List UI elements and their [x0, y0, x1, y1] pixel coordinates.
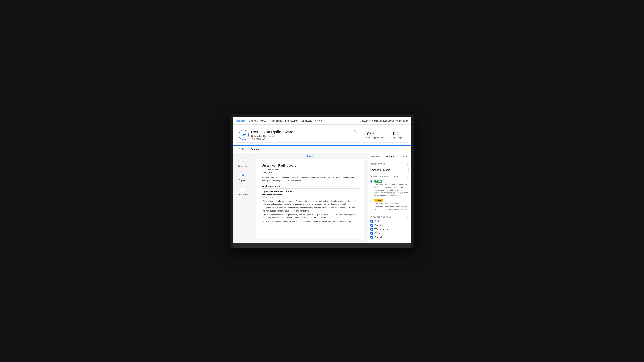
resume-title-collapse-icon[interactable]: ∧ — [407, 163, 408, 165]
profile-name: Ursula von Rydingsvard — [251, 130, 356, 134]
checkbox-education: Education — [370, 236, 408, 239]
included-sections-label: INCLUDED SECTIONS — [370, 216, 392, 218]
resume-title-section-label: RESUME TITLE — [370, 163, 385, 165]
resume-title-input[interactable] — [370, 167, 408, 173]
included-sections-collapse-icon[interactable]: ∧ — [407, 216, 408, 218]
checkbox-overview: Overview — [370, 224, 408, 227]
profile-header: UV Ursula von Rydingsvard 💼 Logistics Co… — [233, 124, 411, 146]
privacy-private-header: Private — [370, 199, 408, 202]
checkbox-work-experience: Work experience — [370, 228, 408, 231]
right-tab-theme[interactable]: Theme — [397, 153, 411, 160]
included-sections-header: INCLUDED SECTIONS ∧ — [370, 216, 408, 218]
profile-card: UV Ursula von Rydingsvard 💼 Logistics Co… — [236, 127, 360, 143]
tab-resume[interactable]: Resume — [248, 146, 262, 153]
profile-job-title: Logistics Coordinator — [254, 135, 274, 137]
nav-right: Messages ursula-von-rydingsvard@gmail.co… — [360, 119, 408, 122]
privacy-option-private: Private Your resume will not be visible.… — [370, 199, 408, 211]
tab-profile[interactable]: Profile — [236, 146, 248, 153]
resume-location: Seattle, WA — [262, 171, 359, 174]
checkbox-overview-label: Overview — [374, 224, 384, 226]
checkbox-education-box[interactable] — [370, 236, 373, 239]
profile-tabs: Profile Resume — [233, 146, 411, 153]
job-bullet-1: Logistics: Ensure accurate and timely de… — [262, 206, 359, 212]
download-icon: ⬇ — [240, 158, 246, 164]
search-appearances-stat: 77 ⓘ Search appearances — [366, 131, 385, 139]
resume-name: Ursula von Rydingsvard — [262, 163, 359, 168]
resume-title-section-header: RESUME TITLE ∧ — [370, 163, 408, 165]
search-appearances-info-icon[interactable]: ⓘ — [372, 132, 375, 135]
profile-info: Ursula von Rydingsvard 💼 Logistics Coord… — [251, 130, 356, 140]
search-appearances-label: Search appearances — [366, 137, 385, 139]
privacy-public-header: Public — [370, 180, 408, 183]
checkbox-skills-label: Skills — [374, 232, 380, 234]
nav-find-jobs[interactable]: Find jobs — [236, 119, 246, 122]
main-nav: Find jobs Company reviews Find salaries … — [233, 117, 411, 124]
left-sidebar: ⬇ Download ⧉ Duplicate + New resume — [233, 153, 253, 243]
checkbox-skills: Skills — [370, 232, 408, 235]
profile-title-detail: 💼 Logistics Coordinator — [251, 135, 356, 137]
profile-location: Seattle, WA — [254, 138, 266, 140]
new-resume-action[interactable]: + New resume — [234, 185, 251, 197]
resume-summary: Educated operations project coordinator … — [262, 176, 359, 182]
job-bullet-0: Warehouse operations management: Perform… — [262, 200, 359, 206]
new-resume-icon: + — [240, 186, 246, 192]
resume-document: Ursula von Rydingsvard Logistics Coordin… — [256, 159, 364, 239]
avatar: UV — [239, 130, 249, 140]
duplicate-label: Duplicate — [239, 179, 247, 182]
briefcase-icon: 💼 — [251, 135, 254, 137]
radio-public[interactable] — [370, 180, 373, 183]
checkbox-basics-box[interactable] — [370, 220, 373, 223]
checkbox-basics-label: Basics — [374, 220, 381, 222]
privacy-private-desc: Your resume will not be visible. Employe… — [370, 202, 408, 211]
job-company: New Seasons Market — [262, 193, 359, 196]
nav-find-resumes[interactable]: Find resumes — [285, 119, 298, 122]
nav-links: Find jobs Company reviews Find salaries … — [236, 119, 322, 122]
nav-find-salaries[interactable]: Find salaries — [270, 119, 282, 122]
applied-jobs-label: Applied jobs — [393, 137, 404, 139]
right-panel: Resumes Settings Theme RESUME TITLE ∧ RE… — [368, 153, 411, 243]
search-appearances-count: 77 — [366, 131, 372, 136]
radio-private[interactable] — [370, 199, 373, 202]
duplicate-icon: ⧉ — [240, 172, 246, 178]
privacy-public-desc: Your resume will be visible to anyone, i… — [370, 183, 408, 197]
duplicate-action[interactable]: ⧉ Duplicate — [236, 170, 250, 183]
checkbox-skills-box[interactable] — [370, 232, 373, 235]
nav-employers[interactable]: Employers / Post job — [302, 119, 322, 122]
job-dates: 2011 to 2014 — [262, 196, 359, 199]
nav-company-reviews[interactable]: Company reviews — [249, 119, 266, 122]
work-experience-section-title: Work experience — [262, 184, 359, 189]
badge-public: Public — [374, 180, 382, 183]
privacy-section-label: RESUME PRIVACY SETTINGS — [370, 176, 399, 178]
nav-user-email[interactable]: ursula-von-rydingsvard@gmail.com — [372, 119, 408, 122]
resume-area: Saved Ursula von Rydingsvard Logistics C… — [253, 153, 368, 243]
nav-messages[interactable]: Messages — [360, 119, 370, 122]
location-icon: 📍 — [251, 138, 254, 140]
new-resume-label: New resume — [237, 193, 248, 196]
download-label: Download — [238, 165, 247, 167]
stats-card: 77 ⓘ Search appearances 0 ⓘ Applied jobs — [362, 127, 408, 143]
laptop-bottom — [233, 243, 411, 248]
saved-badge: Saved — [256, 155, 364, 157]
checkbox-work-experience-label: Work experience — [374, 228, 391, 230]
right-tab-resumes[interactable]: Resumes — [368, 153, 382, 160]
privacy-option-public: Public Your resume will be visible to an… — [370, 180, 408, 197]
right-tab-settings[interactable]: Settings — [382, 153, 397, 160]
download-action[interactable]: ⬇ Download — [236, 156, 250, 169]
privacy-section-header: RESUME PRIVACY SETTINGS ∧ — [370, 175, 408, 178]
edit-profile-icon[interactable]: ✏️ — [354, 129, 357, 133]
right-panel-tabs: Resumes Settings Theme — [368, 153, 411, 160]
job-bullet-2: Purchasing: Manage ordering for bakery, … — [262, 213, 359, 219]
applied-jobs-count: 0 — [393, 131, 396, 136]
applied-jobs-info-icon[interactable]: ⓘ — [397, 132, 399, 135]
profile-location-detail: 📍 Seattle, WA — [251, 138, 356, 140]
checkbox-overview-box[interactable] — [370, 224, 373, 227]
right-panel-body: RESUME TITLE ∧ RESUME PRIVACY SETTINGS ∧… — [368, 160, 411, 243]
job-title: Logistics Operations Coordinator — [262, 190, 359, 193]
main-content: ⬇ Download ⧉ Duplicate + New resume Save… — [233, 153, 411, 243]
checkbox-work-experience-box[interactable] — [370, 228, 373, 231]
privacy-collapse-icon[interactable]: ∧ — [407, 175, 408, 178]
checkbox-basics: Basics — [370, 220, 408, 223]
checkbox-education-label: Education — [374, 236, 384, 239]
applied-jobs-stat: 0 ⓘ Applied jobs — [393, 131, 404, 139]
resume-title: Logistics Coordinator — [262, 168, 359, 171]
